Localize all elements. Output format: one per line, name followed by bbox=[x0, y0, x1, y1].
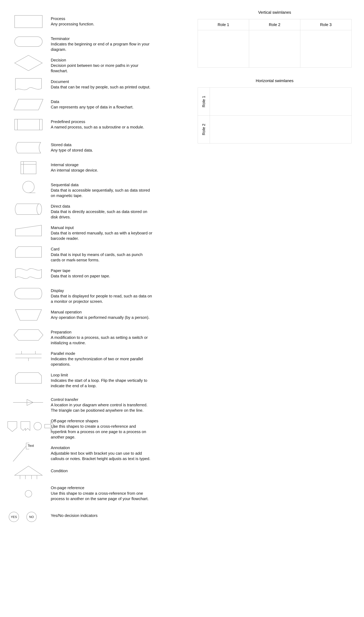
horizontal-swimlanes-table: Role 1 Role 2 bbox=[198, 87, 351, 143]
legend-row-terminator: Terminator Indicates the beginning or en… bbox=[6, 32, 152, 52]
symbol-name: Card bbox=[51, 247, 152, 252]
yes-label: YES bbox=[11, 515, 17, 519]
svg-rect-4 bbox=[15, 119, 42, 130]
symbol-name: Parallel mode bbox=[51, 351, 152, 356]
legend-row-on-page-reference: On-page reference Use this shape to crea… bbox=[6, 485, 152, 503]
preparation-icon bbox=[6, 326, 51, 344]
off-page-reference-icon bbox=[6, 418, 51, 436]
symbol-name: Paper tape bbox=[51, 268, 152, 273]
legend-row-loop-limit: Loop limit Indicates the start of a loop… bbox=[6, 369, 152, 389]
svg-point-35 bbox=[25, 490, 32, 497]
hswim-lane bbox=[210, 88, 351, 115]
symbol-desc: An internal storage device. bbox=[51, 168, 152, 173]
data-icon bbox=[6, 95, 51, 114]
symbol-name: Yes/No decision indicators bbox=[51, 513, 152, 518]
svg-marker-15 bbox=[15, 310, 41, 320]
vswim-lane bbox=[249, 30, 300, 68]
symbol-name: Decision bbox=[51, 57, 152, 63]
svg-rect-7 bbox=[21, 162, 36, 174]
yes-no-decision-icon: YES NO bbox=[6, 508, 51, 526]
parallel-mode-icon bbox=[6, 347, 51, 366]
svg-rect-0 bbox=[15, 15, 42, 28]
symbol-desc: A modification to a process, such as set… bbox=[51, 335, 152, 346]
symbol-desc: Data that is stored on paper tape. bbox=[51, 273, 152, 279]
legend-row-paper-tape: Paper tape Data that is stored on paper … bbox=[6, 264, 152, 283]
symbol-desc: Data that is directly accessible, such a… bbox=[51, 209, 152, 220]
vswim-role-header: Role 1 bbox=[198, 19, 249, 30]
vswim-lane bbox=[300, 30, 351, 68]
hswim-lane bbox=[210, 115, 351, 143]
hswim-role-header: Role 2 bbox=[198, 115, 210, 143]
symbol-desc: Any type of stored data. bbox=[51, 148, 152, 153]
symbol-name: Stored data bbox=[51, 142, 152, 148]
display-icon bbox=[6, 284, 51, 303]
symbol-name: Direct data bbox=[51, 204, 152, 209]
vswim-role-header: Role 2 bbox=[249, 19, 300, 30]
svg-marker-2 bbox=[15, 55, 42, 71]
legend-row-predefined-process: Predefined process A named process, such… bbox=[6, 115, 152, 134]
symbol-desc: Decision point between two or more paths… bbox=[51, 63, 152, 74]
symbol-desc: A named process, such as a subroutine or… bbox=[51, 124, 152, 130]
symbol-name: Condition bbox=[51, 468, 152, 474]
svg-point-10 bbox=[23, 181, 34, 193]
symbol-name: Process bbox=[51, 16, 152, 21]
legend-row-control-transfer: Control transfer A location in your diag… bbox=[6, 393, 152, 413]
symbol-name: Terminator bbox=[51, 36, 152, 41]
vswim-role-header: Role 3 bbox=[300, 19, 351, 30]
swimlane-examples: Vertical swimlanes Role 1 Role 2 Role 3 … bbox=[197, 10, 352, 143]
legend-row-document: Document Data that can be read by people… bbox=[6, 75, 152, 94]
paper-tape-icon bbox=[6, 264, 51, 283]
symbol-desc: Data that is entered manually, such as w… bbox=[51, 230, 152, 241]
legend-row-display: Display Data that is displayed for peopl… bbox=[6, 284, 152, 304]
symbol-desc: Any operation that is performed manually… bbox=[51, 315, 152, 320]
symbol-desc: Indicates the synchronization of two or … bbox=[51, 356, 152, 367]
symbol-desc: Use this shape to create a cross-referen… bbox=[51, 491, 152, 502]
legend-row-parallel-mode: Parallel mode Indicates the synchronizat… bbox=[6, 347, 152, 367]
legend-row-off-page-reference: Off-page reference shapes Use this shape… bbox=[6, 418, 152, 440]
symbol-desc: Adjustable text box with bracket you can… bbox=[51, 451, 152, 461]
document-icon bbox=[6, 75, 51, 94]
legend-row-process: Process Any processing function. bbox=[6, 12, 152, 31]
on-page-reference-icon bbox=[6, 485, 51, 503]
symbol-name: Annotation bbox=[51, 445, 152, 451]
legend-row-direct-data: Direct data Data that is directly access… bbox=[6, 200, 152, 220]
symbol-name: Control transfer bbox=[51, 397, 152, 402]
manual-input-icon bbox=[6, 221, 51, 240]
svg-marker-22 bbox=[15, 372, 41, 383]
symbol-name: Document bbox=[51, 79, 152, 84]
legend-row-yes-no: YES NO Yes/No decision indicators bbox=[6, 508, 152, 526]
svg-line-29 bbox=[13, 446, 26, 461]
symbol-desc: Data that is input by means of cards, su… bbox=[51, 252, 152, 263]
svg-point-12 bbox=[37, 204, 42, 215]
terminator-icon bbox=[6, 32, 51, 51]
svg-marker-3 bbox=[14, 99, 43, 110]
symbol-name: Manual input bbox=[51, 225, 152, 230]
vertical-swimlanes-title: Vertical swimlanes bbox=[197, 10, 352, 15]
condition-icon bbox=[6, 465, 51, 483]
card-icon bbox=[6, 243, 51, 261]
symbol-name: Display bbox=[51, 288, 152, 293]
svg-point-27 bbox=[34, 422, 41, 430]
legend-row-preparation: Preparation A modification to a process,… bbox=[6, 326, 152, 346]
symbol-desc: A location in your diagram where control… bbox=[51, 402, 152, 413]
symbol-desc: Data that is displayed for people to rea… bbox=[51, 293, 152, 304]
svg-marker-13 bbox=[15, 225, 41, 236]
direct-data-icon bbox=[6, 200, 51, 219]
symbol-name: Internal storage bbox=[51, 162, 152, 168]
legend-row-sequential-data: Sequential data Data that is accessible … bbox=[6, 178, 152, 198]
legend-row-data: Data Can represents any type of data in … bbox=[6, 95, 152, 114]
page: Process Any processing function. Termina… bbox=[0, 0, 364, 617]
symbol-desc: Can represents any type of data in a flo… bbox=[51, 104, 152, 110]
symbol-name: Manual operation bbox=[51, 309, 152, 315]
stored-data-icon bbox=[6, 138, 51, 157]
symbol-desc: Indicates the beginning or end of a prog… bbox=[51, 41, 152, 52]
loop-limit-icon bbox=[6, 369, 51, 387]
legend-row-manual-input: Manual input Data that is entered manual… bbox=[6, 221, 152, 241]
svg-marker-14 bbox=[15, 247, 41, 257]
vswim-lane bbox=[198, 30, 249, 68]
symbol-name: Sequential data bbox=[51, 182, 152, 188]
legend-row-internal-storage: Internal storage An internal storage dev… bbox=[6, 159, 152, 177]
svg-marker-30 bbox=[15, 466, 42, 475]
symbol-desc: Any processing function. bbox=[51, 21, 152, 27]
svg-marker-25 bbox=[8, 422, 17, 432]
